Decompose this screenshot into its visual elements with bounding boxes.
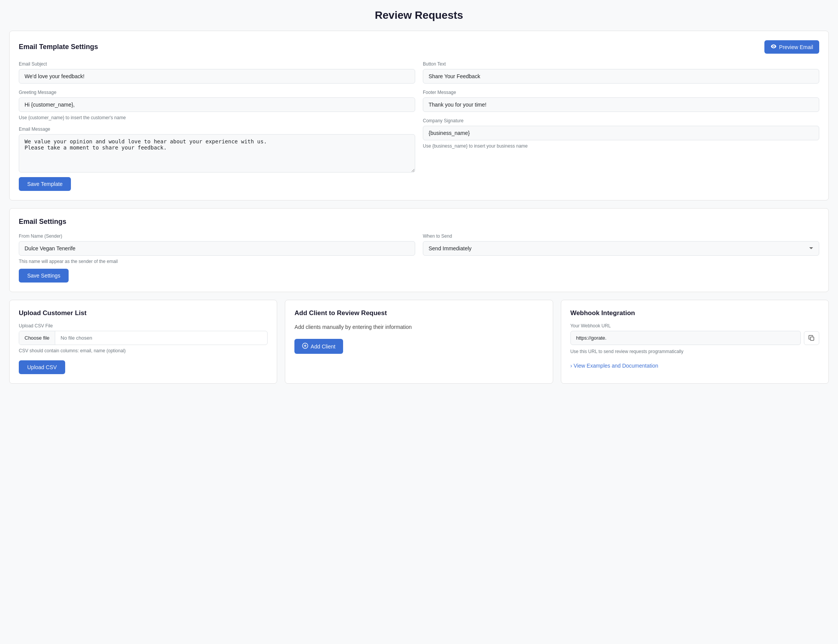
button-text-group: Button Text [423,61,819,84]
csv-hint: CSV should contain columns: email, name … [19,348,268,353]
page-title: Review Requests [9,9,829,21]
from-name-group: From Name (Sender) This name will appear… [19,233,415,264]
subject-input[interactable] [19,69,415,84]
signature-input[interactable] [423,126,819,140]
choose-file-button[interactable]: Choose file [19,331,55,345]
add-client-label: Add Client [311,343,335,350]
button-text-label: Button Text [423,61,819,67]
greeting-input[interactable] [19,97,415,112]
email-template-title: Email Template Settings [19,43,98,51]
bottom-cards-grid: Upload Customer List Upload CSV File Cho… [9,300,829,384]
copy-icon [808,335,815,342]
file-upload-area: Choose file No file chosen [19,331,268,345]
button-text-input[interactable] [423,69,819,84]
message-textarea[interactable] [19,134,415,172]
when-to-send-label: When to Send [423,233,819,239]
signature-hint: Use {business_name} to insert your busin… [423,143,819,149]
email-settings-title: Email Settings [19,218,66,226]
add-client-title: Add Client to Review Request [294,309,543,317]
webhook-url-label: Your Webhook URL [570,323,819,329]
settings-card-header: Email Settings [19,218,819,226]
footer-group: Footer Message [423,90,819,112]
upload-csv-button[interactable]: Upload CSV [19,360,65,374]
settings-right-col: When to Send Send Immediately After 1 Da… [423,233,819,264]
template-right-col: Button Text Footer Message Company Signa… [423,61,819,172]
preview-email-button[interactable]: Preview Email [764,40,819,54]
csv-upload-label: Upload CSV File [19,323,268,329]
view-docs-link[interactable]: › View Examples and Documentation [570,363,819,369]
footer-input[interactable] [423,97,819,112]
message-group: Email Message [19,127,415,172]
webhook-title: Webhook Integration [570,309,819,317]
from-name-hint: This name will appear as the sender of t… [19,259,415,264]
upload-customer-card: Upload Customer List Upload CSV File Cho… [9,300,277,384]
from-name-label: From Name (Sender) [19,233,415,239]
settings-form-grid: From Name (Sender) This name will appear… [19,233,819,264]
webhook-card: Webhook Integration Your Webhook URL Use… [561,300,829,384]
email-settings-card: Email Settings From Name (Sender) This n… [9,208,829,292]
signature-label: Company Signature [423,118,819,123]
settings-left-col: From Name (Sender) This name will appear… [19,233,415,264]
eye-icon [771,43,777,51]
card-header: Email Template Settings Preview Email [19,40,819,54]
from-name-input[interactable] [19,241,415,256]
webhook-url-input[interactable] [570,331,801,345]
signature-group: Company Signature Use {business_name} to… [423,118,819,149]
webhook-hint: Use this URL to send review requests pro… [570,348,819,355]
template-form-grid: Email Subject Greeting Message Use {cust… [19,61,819,172]
greeting-hint: Use {customer_name} to insert the custom… [19,115,415,120]
webhook-input-row [570,331,819,345]
copy-webhook-button[interactable] [804,331,819,345]
svg-rect-1 [810,337,814,340]
message-label: Email Message [19,127,415,132]
footer-label: Footer Message [423,90,819,95]
add-client-card: Add Client to Review Request Add clients… [285,300,553,384]
subject-group: Email Subject [19,61,415,84]
add-client-description: Add clients manually by entering their i… [294,323,543,331]
preview-email-label: Preview Email [779,44,813,50]
view-docs-label: View Examples and Documentation [573,363,658,369]
add-client-button[interactable]: Add Client [294,339,343,354]
plus-circle-icon [302,343,308,350]
save-settings-button[interactable]: Save Settings [19,269,69,283]
chevron-right-icon: › [570,363,572,369]
greeting-label: Greeting Message [19,90,415,95]
upload-customer-title: Upload Customer List [19,309,268,317]
save-template-button[interactable]: Save Template [19,177,71,191]
subject-label: Email Subject [19,61,415,67]
greeting-group: Greeting Message Use {customer_name} to … [19,90,415,120]
template-left-col: Email Subject Greeting Message Use {cust… [19,61,415,172]
when-to-send-group: When to Send Send Immediately After 1 Da… [423,233,819,256]
email-template-card: Email Template Settings Preview Email Em… [9,31,829,200]
file-name-text: No file chosen [55,331,267,345]
when-to-send-select[interactable]: Send Immediately After 1 Day After 2 Day… [423,241,819,256]
